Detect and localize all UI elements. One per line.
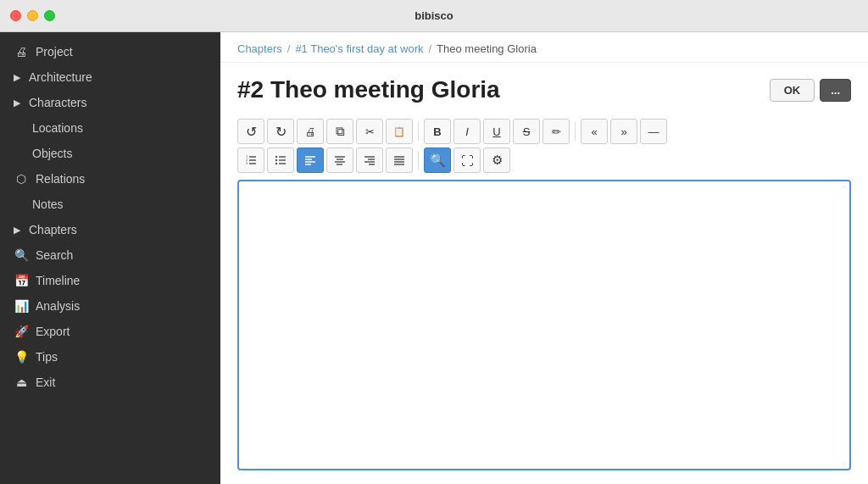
sidebar-item-characters[interactable]: ▶ Characters: [0, 90, 220, 115]
page-header: #2 Theo meeting Gloria OK ...: [220, 63, 868, 114]
sidebar-item-timeline-label: Timeline: [36, 274, 80, 287]
analysis-icon: 📊: [14, 299, 29, 313]
minimize-button[interactable]: [27, 10, 38, 21]
editor-textarea[interactable]: [237, 180, 851, 470]
page-title: #2 Theo meeting Gloria: [237, 76, 500, 103]
close-button[interactable]: [10, 10, 21, 21]
quote-close-button[interactable]: »: [610, 119, 637, 144]
title-bar: bibisco: [0, 0, 868, 32]
header-buttons: OK ...: [770, 79, 851, 102]
sidebar-item-project[interactable]: 🖨 Project: [0, 39, 220, 64]
export-icon: 🚀: [14, 325, 29, 338]
relations-icon: ⬡: [14, 172, 29, 186]
bold-button[interactable]: B: [424, 119, 451, 144]
sidebar-item-objects[interactable]: Objects: [0, 141, 220, 166]
sidebar-item-analysis-label: Analysis: [36, 299, 80, 313]
tips-icon: 💡: [14, 350, 29, 364]
sidebar-item-project-label: Project: [36, 45, 73, 58]
ordered-list-icon: 123: [245, 154, 257, 166]
sidebar-item-locations-label: Locations: [32, 121, 83, 135]
breadcrumb-chapter1[interactable]: #1 Theo's first day at work: [295, 42, 423, 55]
settings-button[interactable]: ⚙: [483, 147, 510, 173]
sidebar-item-export[interactable]: 🚀 Export: [0, 319, 220, 344]
sidebar-item-timeline[interactable]: 📅 Timeline: [0, 268, 220, 293]
sidebar-item-chapters-label: Chapters: [29, 223, 77, 236]
underline-button[interactable]: U: [483, 119, 510, 144]
sidebar-item-relations-label: Relations: [36, 172, 85, 186]
architecture-chevron-icon: ▶: [14, 72, 20, 83]
italic-button[interactable]: I: [453, 119, 481, 144]
breadcrumb: Chapters / #1 Theo's first day at work /…: [220, 32, 868, 63]
sidebar-item-search-label: Search: [36, 248, 73, 262]
main-content: Chapters / #1 Theo's first day at work /…: [220, 32, 868, 484]
strikethrough-button[interactable]: S: [513, 119, 540, 144]
align-right-button[interactable]: [356, 147, 383, 173]
sidebar-item-architecture-label: Architecture: [29, 70, 92, 84]
more-button[interactable]: ...: [820, 79, 851, 102]
sidebar-item-notes[interactable]: Notes: [0, 192, 220, 217]
sidebar-item-objects-label: Objects: [32, 147, 72, 160]
app-body: 🖨 Project ▶ Architecture ▶ Characters Lo…: [0, 32, 868, 484]
sidebar-item-tips[interactable]: 💡 Tips: [0, 344, 220, 370]
characters-chevron-icon: ▶: [14, 97, 20, 108]
chapters-chevron-icon: ▶: [14, 225, 20, 236]
sidebar-item-analysis[interactable]: 📊 Analysis: [0, 293, 220, 319]
sidebar: 🖨 Project ▶ Architecture ▶ Characters Lo…: [0, 32, 220, 484]
sidebar-item-export-label: Export: [36, 325, 70, 338]
sidebar-item-exit[interactable]: ⏏ Exit: [0, 370, 220, 395]
sidebar-item-characters-label: Characters: [29, 96, 86, 109]
app-title: bibisco: [415, 9, 453, 22]
paste-button[interactable]: 📋: [386, 119, 413, 144]
toolbar-sep-1: [418, 122, 419, 141]
dash-button[interactable]: —: [640, 119, 667, 144]
align-justify-icon: [393, 154, 405, 166]
unordered-list-icon: [275, 154, 287, 166]
breadcrumb-sep-2: /: [428, 42, 431, 55]
fullscreen-button[interactable]: ⛶: [453, 147, 481, 173]
unordered-list-button[interactable]: [267, 147, 294, 173]
sidebar-item-chapters[interactable]: ▶ Chapters: [0, 217, 220, 242]
sidebar-item-tips-label: Tips: [36, 350, 58, 364]
breadcrumb-current: Theo meeting Gloria: [437, 42, 537, 55]
sidebar-item-search[interactable]: 🔍 Search: [0, 242, 220, 268]
align-left-button[interactable]: [297, 147, 324, 173]
quote-open-button[interactable]: «: [581, 119, 608, 144]
breadcrumb-sep-1: /: [287, 42, 291, 55]
pen-button[interactable]: ✏: [542, 119, 570, 144]
toolbar-row-2: 123 🔍 ⛶ ⚙: [237, 147, 851, 173]
print-button[interactable]: 🖨: [297, 119, 324, 144]
sidebar-item-notes-label: Notes: [32, 197, 64, 211]
copy-button[interactable]: ⧉: [326, 119, 353, 144]
sidebar-item-locations[interactable]: Locations: [0, 115, 220, 141]
sidebar-item-exit-label: Exit: [36, 376, 55, 389]
svg-point-11: [275, 163, 277, 164]
svg-text:3: 3: [246, 161, 248, 165]
maximize-button[interactable]: [44, 10, 55, 21]
toolbar-sep-2: [575, 122, 576, 141]
breadcrumb-chapters[interactable]: Chapters: [237, 42, 282, 55]
exit-icon: ⏏: [14, 376, 29, 389]
undo-button[interactable]: ↺: [237, 119, 264, 144]
ordered-list-button[interactable]: 123: [237, 147, 264, 173]
redo-button[interactable]: ↻: [267, 119, 294, 144]
align-center-icon: [334, 154, 346, 166]
editor-wrap: [220, 180, 868, 484]
align-center-button[interactable]: [326, 147, 353, 173]
toolbar-sep-3: [418, 151, 419, 170]
toolbar-row-1: ↺ ↻ 🖨 ⧉ ✂ 📋 B I U S ✏ « » —: [237, 119, 851, 144]
window-controls: [10, 10, 55, 21]
sidebar-item-relations[interactable]: ⬡ Relations: [0, 166, 220, 192]
editor-toolbar: ↺ ↻ 🖨 ⧉ ✂ 📋 B I U S ✏ « » — 123: [220, 114, 868, 180]
search-icon: 🔍: [14, 248, 29, 262]
align-right-icon: [364, 154, 376, 166]
svg-point-9: [275, 156, 277, 158]
align-justify-button[interactable]: [386, 147, 413, 173]
project-icon: 🖨: [14, 45, 29, 58]
timeline-icon: 📅: [14, 274, 29, 287]
align-left-icon: [304, 154, 316, 166]
svg-point-10: [275, 159, 277, 161]
ok-button[interactable]: OK: [770, 79, 815, 102]
sidebar-item-architecture[interactable]: ▶ Architecture: [0, 64, 220, 90]
find-button[interactable]: 🔍: [424, 147, 451, 173]
cut-button[interactable]: ✂: [356, 119, 383, 144]
